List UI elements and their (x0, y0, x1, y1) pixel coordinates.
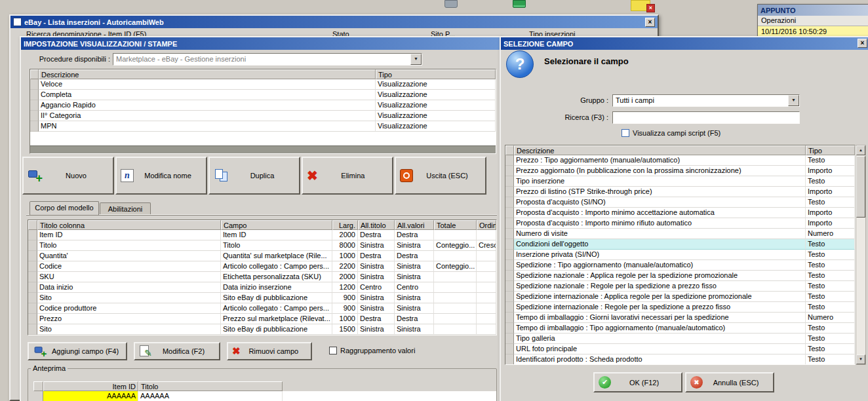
row-selector[interactable] (505, 292, 514, 302)
row-selector[interactable] (505, 271, 514, 281)
table-row[interactable]: Spedizione internazionale : Applica rego… (505, 292, 855, 302)
column-header[interactable]: Tipo (806, 145, 855, 155)
row-selector[interactable] (28, 282, 37, 293)
ebay-titlebar[interactable]: eBay - Lista inserzioni - AutoricambiWeb… (10, 16, 658, 28)
row-selector[interactable] (505, 250, 514, 260)
scroll-down-icon[interactable]: ▼ (856, 354, 865, 364)
row-selector[interactable] (505, 260, 514, 271)
table-row[interactable]: Tipo galleriaTesto (505, 334, 855, 344)
table-row[interactable]: Condizioni dell'oggettoTesto (505, 239, 855, 250)
row-selector[interactable] (28, 314, 37, 324)
row-selector[interactable] (28, 261, 37, 272)
row-selector[interactable] (505, 229, 514, 239)
row-selector[interactable] (28, 324, 37, 335)
table-row[interactable]: PrezzoPrezzo sul marketplace (Rilevat...… (28, 314, 496, 324)
annulla-button[interactable]: ✖ Annulla (ESC) (685, 372, 774, 392)
table-row[interactable]: Proposta d'acquisto : Importo minimo acc… (505, 208, 855, 218)
modifica-button[interactable]: ✎ Modifica (F2) (134, 342, 220, 360)
row-selector[interactable] (505, 197, 514, 208)
table-row[interactable]: Tempo di imballaggio : Giorni lavorativi… (505, 313, 855, 323)
table-row[interactable]: URL foto principaleTesto (505, 344, 855, 354)
aggiungi-campo-button[interactable]: + Aggiungi campo (F4) (28, 342, 127, 360)
column-header[interactable]: All.titolo (358, 220, 395, 230)
row-selector[interactable] (505, 323, 514, 334)
table-row[interactable]: Tempo di imballaggio : Tipo aggiornament… (505, 323, 855, 334)
column-header[interactable]: All.valori (395, 220, 434, 230)
table-scrollbar[interactable] (30, 145, 496, 153)
table-row[interactable]: Prezzo aggiornato (In pubblicazione con … (505, 166, 855, 176)
column-header[interactable]: Titolo colonna (37, 220, 221, 230)
table-row[interactable]: Proposta d'acquisto (SI/NO)Testo (505, 197, 855, 208)
tab-abilitazioni[interactable]: Abilitazioni (100, 202, 151, 215)
table-row[interactable]: II° CategoriaVisualizzazione (30, 111, 496, 121)
row-selector[interactable] (505, 176, 514, 187)
duplica-button[interactable]: Duplica (208, 157, 300, 195)
row-selector[interactable] (33, 391, 43, 401)
table-row[interactable]: VeloceVisualizzazione (30, 79, 496, 90)
table-row[interactable]: Inserzione privata (SI/NO)Testo (505, 250, 855, 260)
table-row[interactable]: Spedizione nazionale : Applica regole pe… (505, 271, 855, 281)
chevron-down-icon[interactable]: ▼ (410, 54, 422, 65)
table-row[interactable]: Spedizione internazionale : Regole per l… (505, 302, 855, 313)
note-close-icon[interactable]: × (646, 4, 655, 12)
table-row[interactable]: Quantita'Quantita' sul marketplace (Rile… (28, 251, 496, 261)
gruppo-select[interactable]: Tutti i campi ▼ (612, 94, 800, 107)
row-selector[interactable] (505, 155, 514, 166)
scrollbar-thumb[interactable] (856, 156, 865, 218)
elimina-button[interactable]: ✖ Elimina (302, 157, 393, 195)
column-header[interactable]: Titolo (138, 381, 283, 391)
table-row[interactable]: Data inizioData inizio inserzione1200Cen… (28, 282, 496, 293)
row-selector[interactable] (30, 79, 39, 90)
close-icon[interactable]: × (645, 18, 655, 27)
raggruppamento-checkbox[interactable] (329, 347, 337, 354)
table-row[interactable]: SKUEtichetta personalizzata (SKU)2000Sin… (28, 272, 496, 282)
row-selector[interactable] (505, 302, 514, 313)
column-header[interactable]: Totale (434, 220, 477, 230)
desktop-icon-tool[interactable] (444, 0, 458, 8)
table-row[interactable]: Identificatori prodotto : Scheda prodott… (505, 354, 855, 365)
table-row[interactable]: TitoloTitolo8000SinistraSinistraConteggi… (28, 240, 496, 251)
table-row[interactable]: Numero di visiteNumero (505, 229, 855, 239)
row-selector[interactable] (505, 334, 514, 344)
column-header[interactable]: Larg. (332, 220, 358, 230)
tab-corpo-del-modello[interactable]: Corpo del modello (30, 201, 99, 215)
column-header[interactable]: Tipo (376, 69, 496, 79)
row-selector[interactable] (505, 281, 514, 292)
appunto-titlebar[interactable]: APPUNTO (758, 5, 868, 16)
table-row[interactable]: Codice produttoreArticolo collegato : Ca… (28, 303, 496, 314)
table-row[interactable]: Tipo inserzioneTesto (505, 176, 855, 187)
row-selector[interactable] (505, 208, 514, 218)
ok-button[interactable]: ✔ OK (F12) (593, 372, 682, 392)
table-row[interactable]: Prezzo di listino (STP Strike-through pr… (505, 187, 855, 197)
script-checkbox[interactable] (621, 129, 629, 137)
column-header[interactable]: Descrizione (39, 69, 376, 79)
row-selector[interactable] (28, 240, 37, 251)
uscita-button[interactable]: Uscita (ESC) (395, 157, 486, 195)
scroll-up-icon[interactable]: ▲ (856, 145, 865, 155)
row-selector[interactable] (30, 100, 39, 111)
rimuovi-campo-button[interactable]: ✖ Rimuovi campo (227, 342, 312, 360)
chevron-down-icon[interactable]: ▼ (788, 95, 799, 106)
row-selector[interactable] (505, 344, 514, 354)
close-icon[interactable]: × (858, 39, 867, 48)
table-row[interactable]: Prezzo : Tipo aggiornamento (manuale/aut… (505, 155, 855, 166)
table-row[interactable]: CodiceArticolo collegato : Campo pers...… (28, 261, 496, 272)
row-selector[interactable] (505, 239, 514, 250)
desktop-icon-grid[interactable] (513, 0, 526, 8)
row-selector[interactable] (505, 187, 514, 197)
table-row[interactable]: Item IDItem ID2000DestraDestra (28, 230, 496, 240)
column-header[interactable]: Campo (221, 220, 332, 230)
column-header[interactable]: Item ID (43, 381, 138, 391)
nuovo-button[interactable]: + Nuovo (22, 157, 114, 195)
row-selector[interactable] (505, 313, 514, 323)
table-row[interactable]: SitoSito eBay di pubblicazione900Sinistr… (28, 293, 496, 303)
ricerca-input[interactable] (612, 111, 800, 124)
table-row[interactable]: Proposta d'acquisto : Importo minimo rif… (505, 218, 855, 229)
appunto-section[interactable]: Operazioni (758, 16, 868, 26)
row-selector[interactable] (28, 230, 37, 240)
table-row[interactable]: AAAAAAAAAAAA (33, 391, 496, 401)
table-row[interactable]: CompletaVisualizzazione (30, 90, 496, 100)
table-row[interactable]: Spedizione : Tipo aggiornamento (manuale… (505, 260, 855, 271)
row-selector[interactable] (505, 218, 514, 229)
row-selector[interactable] (30, 121, 39, 132)
